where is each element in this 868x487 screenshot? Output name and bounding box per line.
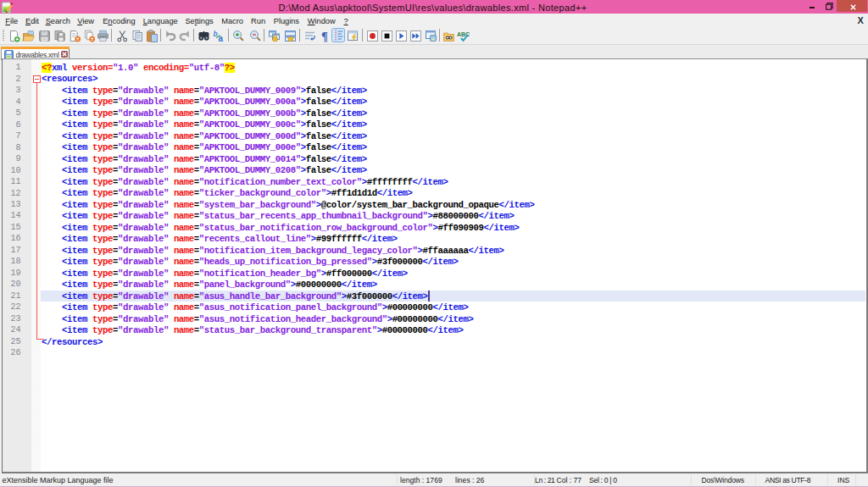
svg-text:¶: ¶ (321, 30, 328, 42)
svg-text:a: a (219, 34, 224, 42)
svg-text:b: b (214, 30, 218, 38)
